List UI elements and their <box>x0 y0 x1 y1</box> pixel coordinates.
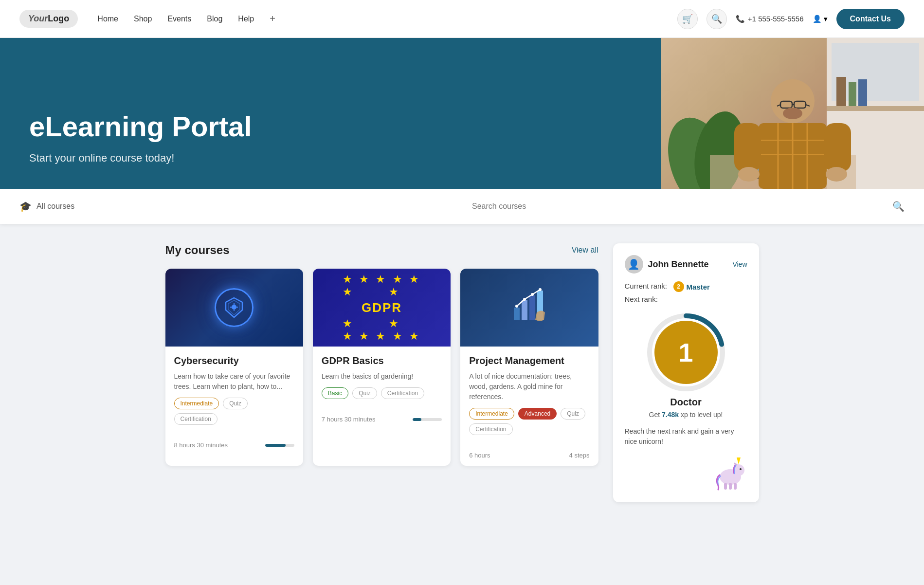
course-thumb-cybersecurity <box>165 269 303 347</box>
logo-text-your: Your <box>28 14 48 23</box>
graduation-cap-icon: 🎓 <box>19 201 32 212</box>
nav-events[interactable]: Events <box>167 15 191 23</box>
svg-rect-35 <box>514 308 520 320</box>
unicorn-svg <box>708 452 747 491</box>
tag-certification: Certification <box>174 413 217 425</box>
course-body-cybersecurity: Cybersecurity Learn how to take care of … <box>165 347 303 441</box>
phone-icon: 📞 <box>736 15 745 23</box>
rank-badge: 2 Master <box>673 281 710 292</box>
reach-text: Reach the next rank and gain a very nice… <box>625 426 747 447</box>
course-thumb-pm <box>460 269 598 347</box>
course-thumb-gdpr: ★ ★ ★ ★ ★★ ★ GDPR ★ ★★ ★ ★ ★ ★ <box>313 269 451 347</box>
tag-quiz-gdpr: Quiz <box>352 387 377 399</box>
course-card-pm: Project Management A lot of nice documen… <box>460 269 598 466</box>
courses-header: My courses View all <box>165 243 598 257</box>
search-input-wrap: 🔍 <box>462 201 905 212</box>
search-icon[interactable]: 🔍 <box>892 201 905 212</box>
logo-box: YourLogo <box>19 10 78 28</box>
svg-point-39 <box>515 305 518 308</box>
doctor-circle: 1 <box>645 311 727 394</box>
contact-button[interactable]: Contact Us <box>836 9 905 29</box>
pm-icon <box>510 286 549 329</box>
tag-basic: Basic <box>322 387 348 399</box>
course-footer-gdpr: 7 hours 30 minutes <box>313 416 451 430</box>
course-steps-pm: 4 steps <box>569 452 590 459</box>
course-desc-gdpr: Learn the basics of gardening! <box>322 371 442 382</box>
doctor-label: Doctor <box>670 397 701 408</box>
course-footer-pm: 6 hours 4 steps <box>460 452 598 466</box>
cyber-shield-icon <box>215 288 254 327</box>
course-card-gdpr: ★ ★ ★ ★ ★★ ★ GDPR ★ ★★ ★ ★ ★ ★ GDPR Basi… <box>313 269 451 466</box>
svg-marker-47 <box>737 457 741 464</box>
gdpr-text: GDPR <box>362 300 402 315</box>
view-all-link[interactable]: View all <box>572 246 598 255</box>
course-name-cybersecurity: Cybersecurity <box>174 355 294 366</box>
gdpr-stars-bottom: ★ ★★ ★ ★ ★ ★ <box>343 317 420 343</box>
courses-grid: Cybersecurity Learn how to take care of … <box>165 269 598 466</box>
nav-plus-icon[interactable]: + <box>270 13 275 24</box>
hero-content: eLearning Portal Start your online cours… <box>0 82 924 189</box>
main-content: My courses View all <box>146 224 779 522</box>
current-rank-label: Current rank: <box>625 282 668 290</box>
tag-cert-gdpr: Certification <box>381 387 424 399</box>
progress-bar-gdpr <box>413 418 442 421</box>
svg-rect-36 <box>522 300 527 320</box>
nav-right: 🛒 🔍 📞 +1 555-555-5556 👤 ▾ Contact Us <box>677 9 905 29</box>
nav-shop[interactable]: Shop <box>134 15 152 23</box>
nav-blog[interactable]: Blog <box>207 15 222 23</box>
tag-advanced-pm: Advanced <box>518 408 557 420</box>
nav-links: Home Shop Events Blog Help + <box>97 13 677 24</box>
hero-subtitle: Start your online course today! <box>29 152 895 165</box>
rank-user-header: 👤 John Bennette View <box>625 255 747 274</box>
course-footer-cybersecurity: 8 hours 30 minutes <box>165 441 303 456</box>
user-menu[interactable]: 👤 ▾ <box>813 15 828 23</box>
user-icon: 👤 <box>813 15 822 23</box>
rank-badge-num: 2 <box>673 281 684 292</box>
nav-help[interactable]: Help <box>238 15 254 23</box>
doctor-circle-wrap: 1 Doctor Get 7.48k xp to level up! <box>625 311 747 419</box>
svg-point-49 <box>740 468 742 470</box>
category-label: All courses <box>36 202 74 211</box>
svg-rect-51 <box>729 483 732 490</box>
user-avatar: 👤 <box>625 255 643 274</box>
logo-text-logo: Logo <box>48 14 69 23</box>
user-chevron-icon: ▾ <box>824 15 828 23</box>
phone-text: +1 555-555-5556 <box>748 15 804 23</box>
gdpr-logo-wrap: ★ ★ ★ ★ ★★ ★ GDPR ★ ★★ ★ ★ ★ ★ <box>343 273 420 343</box>
tag-intermediate: Intermediate <box>174 398 219 409</box>
phone-number: 📞 +1 555-555-5556 <box>736 15 804 23</box>
unicorn-wrap <box>625 452 747 491</box>
doctor-inner: 1 <box>654 321 718 384</box>
course-duration-gdpr: 7 hours 30 minutes <box>322 416 376 423</box>
progress-fill-cybersecurity <box>265 444 286 447</box>
svg-point-30 <box>232 305 236 310</box>
course-tags-gdpr: Basic Quiz Certification <box>322 387 442 399</box>
course-tags-cybersecurity: Intermediate Quiz Certification <box>174 398 294 425</box>
navbar: YourLogo Home Shop Events Blog Help + 🛒 … <box>0 0 924 38</box>
rank-badge-name: Master <box>687 283 710 291</box>
course-name-pm: Project Management <box>469 355 589 366</box>
search-input[interactable] <box>472 202 888 211</box>
gdpr-stars: ★ ★ ★ ★ ★★ ★ <box>343 273 420 298</box>
courses-section: My courses View all <box>165 243 598 502</box>
svg-rect-52 <box>734 483 737 490</box>
tag-intermediate-pm: Intermediate <box>469 408 514 420</box>
cart-button[interactable]: 🛒 <box>677 9 698 29</box>
current-rank-row: Current rank: 2 Master <box>625 281 747 292</box>
hero-title: eLearning Portal <box>29 111 895 142</box>
nav-home[interactable]: Home <box>97 15 118 23</box>
next-rank-label: Next rank: <box>625 295 658 303</box>
xp-suffix: xp to level up! <box>679 411 723 419</box>
next-rank-row: Next rank: <box>625 295 747 303</box>
svg-rect-50 <box>724 483 727 490</box>
course-card-cybersecurity: Cybersecurity Learn how to take care of … <box>165 269 303 466</box>
search-button[interactable]: 🔍 <box>707 9 727 29</box>
courses-section-title: My courses <box>165 243 230 257</box>
logo[interactable]: YourLogo <box>19 10 78 28</box>
rank-view-link[interactable]: View <box>732 260 747 268</box>
course-tags-pm: Intermediate Advanced Quiz Certification <box>469 408 589 435</box>
category-selector[interactable]: 🎓 All courses <box>19 201 462 212</box>
xp-prefix: Get <box>649 411 662 419</box>
tag-quiz: Quiz <box>223 398 248 409</box>
xp-amount: 7.48k <box>662 411 679 419</box>
